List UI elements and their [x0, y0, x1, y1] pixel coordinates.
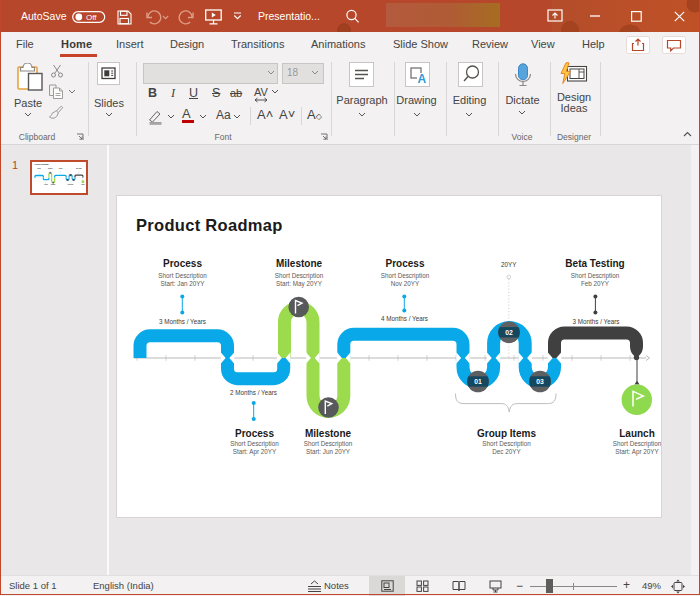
svg-text:4 Months / Years: 4 Months / Years	[381, 315, 428, 322]
svg-text:Short Description: Short Description	[158, 272, 207, 280]
svg-text:Milestone: Milestone	[305, 428, 352, 439]
svg-text:02: 02	[505, 329, 513, 336]
svg-text:Beta Testing: Beta Testing	[565, 258, 624, 269]
svg-text:Process: Process	[235, 428, 274, 439]
svg-text:Feb 20YY: Feb 20YY	[581, 280, 610, 287]
svg-text:A: A	[418, 72, 427, 86]
svg-text:Short Description: Short Description	[230, 440, 279, 448]
svg-text:Process: Process	[163, 258, 202, 269]
svg-text:Start: May 20YY: Start: May 20YY	[276, 280, 323, 288]
svg-text:Start: Apr 20YY: Start: Apr 20YY	[615, 448, 659, 456]
svg-text:Milestone: Milestone	[276, 258, 323, 269]
svg-text:3 Months / Years: 3 Months / Years	[159, 318, 206, 325]
svg-text:Short Description: Short Description	[613, 440, 661, 448]
svg-text:Product Roadmap: Product Roadmap	[136, 216, 283, 234]
svg-text:01: 01	[474, 378, 482, 385]
svg-text:Dec 20YY: Dec 20YY	[492, 448, 521, 455]
svg-text:20YY: 20YY	[501, 261, 517, 268]
svg-text:Short Description: Short Description	[381, 272, 430, 280]
svg-text:Off: Off	[86, 13, 97, 22]
svg-text:2 Months / Years: 2 Months / Years	[230, 389, 277, 396]
svg-text:Start: Jan 20YY: Start: Jan 20YY	[160, 280, 205, 287]
svg-text:3 Months / Years: 3 Months / Years	[573, 318, 620, 325]
svg-text:03: 03	[536, 378, 544, 385]
svg-text:Short Description: Short Description	[571, 272, 620, 280]
svg-text:Nov 20YY: Nov 20YY	[391, 280, 420, 287]
svg-text:Process: Process	[386, 258, 425, 269]
svg-text:Short Description: Short Description	[304, 440, 353, 448]
svg-text:Start: Jun 20YY: Start: Jun 20YY	[306, 448, 351, 455]
svg-text:Start: Apr 20YY: Start: Apr 20YY	[233, 448, 277, 456]
svg-text:Group Items: Group Items	[477, 428, 536, 439]
svg-text:Launch: Launch	[619, 428, 655, 439]
svg-text:Short Description: Short Description	[482, 440, 531, 448]
svg-text:Short Description: Short Description	[275, 272, 324, 280]
